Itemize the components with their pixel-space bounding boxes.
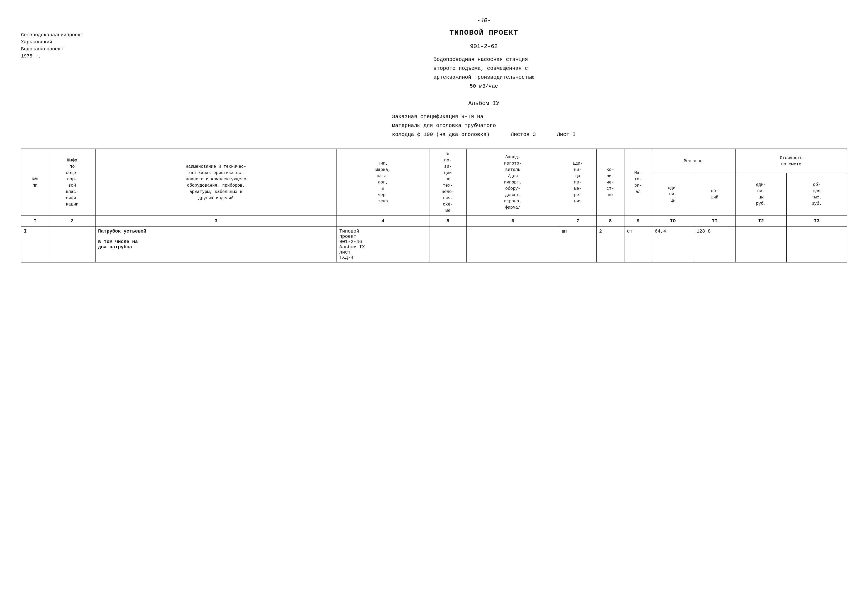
col-num-11: II: [694, 216, 735, 226]
title-block: -40- ТИПОВОЙ ПРОЕКТ 901-2-62 Водопроводн…: [121, 16, 847, 141]
col-num-13: I3: [787, 216, 847, 226]
col-num-5: 5: [430, 216, 466, 226]
col-header-weight: Вес в кг: [652, 149, 735, 173]
col-number-row: I 2 3 4 5 6 7 8 9 IO II I2 I3: [21, 216, 847, 226]
sheet-label: Лист I: [557, 130, 576, 139]
spec-line3: колодца ф 100 (на два оголовка): [392, 130, 490, 139]
col-num-1: I: [21, 216, 49, 226]
table-row: I Патрубок устьевой в том числе надва па…: [21, 226, 847, 262]
spec-line1: Заказная спецификация 9-ТМ на: [392, 112, 576, 121]
col-num-9: 9: [624, 216, 652, 226]
org-line2: Харьковский: [21, 38, 121, 46]
col-num-7: 7: [559, 216, 596, 226]
col-header-qty: Ко-ли-че-ст-во: [596, 149, 624, 216]
row-cipher: [49, 226, 96, 262]
row-mat: ст: [624, 226, 652, 262]
row-pos: [430, 226, 466, 262]
row-manuf: [466, 226, 559, 262]
row-num: I: [21, 226, 49, 262]
description: Водопроводная насосная станция второго п…: [433, 55, 534, 91]
col-header-cost: Стоимостьпо смете: [735, 149, 847, 173]
col-num-8: 8: [596, 216, 624, 226]
col-num-6: 6: [466, 216, 559, 226]
org-line4: 1975 г.: [21, 53, 121, 60]
row-qty: 2: [596, 226, 624, 262]
row-name-main: Патрубок устьевой: [98, 229, 334, 234]
col-header-pos: №по-зи-циипотех-ноло-гич.схе-ме: [430, 149, 466, 216]
row-type: Типовой проект 901-2-46 Альбом IX лист Т…: [337, 226, 429, 262]
col-header-type: Тип,марка,ката-лог,№чер-тежа: [337, 149, 429, 216]
table-container: №№пп Шифрпообще-сор-войклас-сифи-кации Н…: [21, 149, 847, 263]
col-header-cipher: Шифрпообще-сор-войклас-сифи-кации: [49, 149, 96, 216]
page-header: Союзводоканалниипроект Харьковский Водок…: [21, 16, 847, 141]
desc-line4: 50 м3/час: [433, 82, 534, 91]
col-header-name: Наименование и техничес-кая характеристи…: [95, 149, 337, 216]
col-num-4: 4: [337, 216, 429, 226]
col-header-w-unit: еди-ни-цы: [652, 173, 694, 216]
project-number: 901-2-62: [121, 42, 847, 52]
row-cost-total: [787, 226, 847, 262]
row-w-unit: 64,4: [652, 226, 694, 262]
row-name: Патрубок устьевой в том числе надва патр…: [95, 226, 337, 262]
row-cost-unit: [735, 226, 786, 262]
row-unit: шт: [559, 226, 596, 262]
col-num-12: I2: [735, 216, 786, 226]
spec-table: №№пп Шифрпообще-сор-войклас-сифи-кации Н…: [21, 149, 847, 263]
col-num-10: IO: [652, 216, 694, 226]
col-header-w-total: об-щий: [694, 173, 735, 216]
org-line3: Водоканалпроект: [21, 46, 121, 53]
desc-line3: артскважиной производительностью: [433, 73, 534, 82]
desc-line1: Водопроводная насосная станция: [433, 55, 534, 64]
col-header-unit: Еди-ни-цаиз-ме-ре-ния: [559, 149, 596, 216]
sheets-label: Листов 3: [511, 130, 536, 139]
desc-line2: второго подъема, совмещенная с: [433, 64, 534, 73]
main-title: ТИПОВОЙ ПРОЕКТ: [121, 27, 847, 39]
row-type-text: Типовой проект 901-2-46 Альбом IX лист Т…: [340, 229, 427, 260]
spec-title: Заказная спецификация 9-ТМ на материалы …: [392, 112, 576, 139]
col-header-num: №№пп: [21, 149, 49, 216]
table-header-row: №№пп Шифрпообще-сор-войклас-сифи-кации Н…: [21, 149, 847, 173]
page-number: -40-: [121, 16, 847, 25]
col-header-cost-total: об-щаятыс.руб.: [787, 173, 847, 216]
spec-line2: материалы для оголовка трубчатого: [392, 121, 576, 130]
album-line: Альбом IУ: [121, 99, 847, 108]
col-header-cost-unit: еди-ни-цыруб.: [735, 173, 786, 216]
col-num-2: 2: [49, 216, 96, 226]
col-num-3: 3: [95, 216, 337, 226]
org-line1: Союзводоканалниипроект: [21, 31, 121, 38]
row-w-total: 128,8: [694, 226, 735, 262]
row-name-sub: в том числе надва патрубка: [98, 239, 334, 249]
col-header-manuf: Завод-изгото-витель/дляимпорт.обору-дова…: [466, 149, 559, 216]
org-block: Союзводоканалниипроект Харьковский Водок…: [21, 16, 121, 60]
col-header-mat: Ма-те-ри-ал: [624, 149, 652, 216]
